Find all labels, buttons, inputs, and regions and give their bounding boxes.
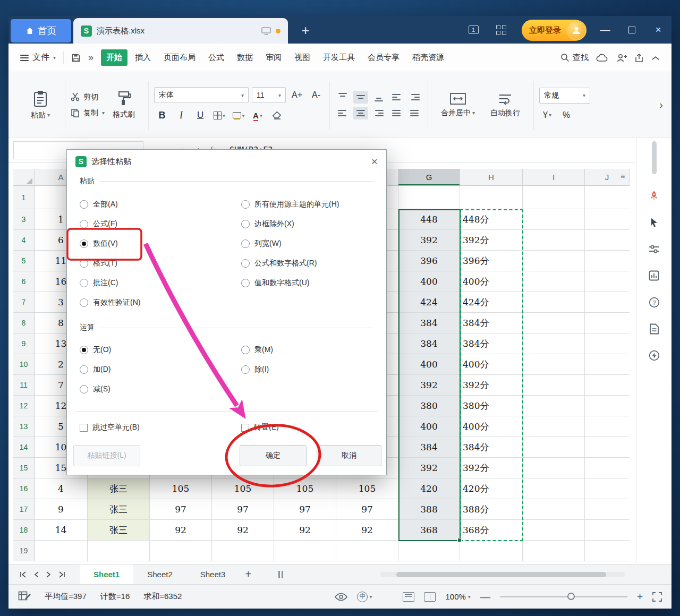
cell-J3[interactable] [585, 209, 630, 230]
cell-F18[interactable]: 92 [336, 520, 398, 541]
radio-批注(C)[interactable]: 批注(C) [80, 273, 140, 293]
previous-sheet-icon[interactable] [34, 571, 39, 578]
menu-tab-页面布局[interactable]: 页面布局 [158, 49, 201, 66]
italic-button[interactable]: I [173, 108, 189, 123]
cell-G6[interactable]: 400 [398, 271, 460, 292]
zoom-level[interactable]: 100%▾ [445, 592, 470, 601]
cell-I10[interactable] [523, 354, 585, 375]
first-sheet-icon[interactable] [19, 571, 27, 578]
cell-G19[interactable] [398, 541, 460, 561]
row-header-17[interactable]: 17 [13, 499, 35, 520]
cell-G8[interactable]: 384 [398, 313, 460, 333]
copy-button[interactable]: 复制 ▾ [71, 108, 105, 118]
cell-G14[interactable]: 384 [398, 437, 460, 458]
fill-handle[interactable] [457, 538, 462, 542]
horizontal-scrollbar[interactable] [380, 572, 625, 577]
header-options-icon[interactable]: ≡ [620, 172, 625, 181]
increase-font-button[interactable]: A+ [289, 88, 305, 102]
cell-G13[interactable]: 400 [398, 416, 460, 437]
close-button[interactable]: × [649, 21, 667, 38]
dialog-close-icon[interactable]: × [371, 155, 378, 168]
cell-G17[interactable]: 388 [398, 499, 460, 520]
cell-J11[interactable] [585, 375, 630, 396]
cell-I4[interactable] [523, 230, 585, 251]
cell-C19[interactable] [150, 541, 212, 561]
justify-icon[interactable] [389, 107, 404, 119]
cell-J12[interactable] [585, 396, 630, 416]
cell-A19[interactable] [35, 541, 88, 561]
cell-I3[interactable] [523, 209, 585, 230]
radio-乘(M)[interactable]: 乘(M) [241, 340, 273, 360]
cell-D17[interactable]: 97 [212, 499, 274, 520]
vertical-scrollbar[interactable] [652, 141, 657, 174]
cell-H17[interactable]: 388分 [460, 499, 523, 520]
fill-color-button[interactable]: ▾ [231, 108, 246, 123]
quick-tools-lightning-icon[interactable] [647, 348, 661, 362]
percent-button[interactable]: % [558, 108, 574, 123]
login-button[interactable]: 立即登录 [522, 20, 585, 41]
cell-H14[interactable]: 384分 [460, 437, 523, 458]
cell-I9[interactable] [523, 333, 585, 354]
radio-数值(V)[interactable]: 数值(V) [80, 234, 140, 253]
cursor-select-icon[interactable] [647, 216, 661, 229]
cell-G4[interactable]: 392 [398, 230, 460, 251]
cell-G5[interactable]: 396 [398, 251, 460, 271]
cell-B17[interactable]: 张三 [88, 499, 150, 520]
cell-J5[interactable] [585, 251, 630, 271]
cell-J19[interactable] [585, 541, 630, 561]
currency-button[interactable]: ¥▾ [539, 108, 555, 123]
menu-tab-开发工具[interactable]: 开发工具 [318, 49, 360, 66]
cell-H5[interactable]: 396分 [460, 251, 523, 271]
collapse-ribbon-icon[interactable] [651, 55, 660, 61]
search-button[interactable]: 查找 [560, 53, 589, 63]
cell-J6[interactable] [585, 271, 630, 292]
add-sheet-button[interactable]: + [239, 568, 257, 580]
cell-E18[interactable]: 92 [274, 520, 336, 541]
distributed-icon[interactable] [407, 107, 422, 119]
row-header-19[interactable]: 19 [13, 541, 35, 561]
radio-列宽(W)[interactable]: 列宽(W) [241, 234, 339, 253]
radio-公式(F)[interactable]: 公式(F) [80, 214, 140, 234]
document-tab[interactable]: S 演示表格.xlsx [73, 18, 288, 44]
row-header-7[interactable]: 7 [13, 292, 35, 313]
rocket-quick-access-icon[interactable] [647, 189, 661, 203]
cell-C16[interactable]: 105 [150, 478, 212, 499]
col-header-I[interactable]: I [523, 169, 585, 186]
menu-tab-稻壳资源[interactable]: 稻壳资源 [407, 49, 449, 66]
merge-center-button[interactable]: 合并居中▾ [434, 92, 482, 118]
row-header-4[interactable]: 4 [13, 230, 35, 251]
cell-I14[interactable] [523, 437, 585, 458]
page-layout-view-icon[interactable] [403, 592, 414, 602]
underline-button[interactable]: U [192, 108, 208, 123]
wrap-text-button[interactable]: 自动换行 [482, 92, 528, 118]
sheet-tab-Sheet2[interactable]: Sheet2 [133, 564, 186, 585]
cell-J10[interactable] [585, 354, 630, 375]
zoom-slider-thumb[interactable] [567, 593, 575, 600]
cell-H7[interactable]: 424分 [460, 292, 523, 313]
cell-H15[interactable]: 392分 [460, 458, 523, 478]
radio-所有使用源主题的单元(H)[interactable]: 所有使用源主题的单元(H) [241, 194, 339, 214]
align-top-icon[interactable] [335, 91, 350, 104]
radio-减(S)[interactable]: 减(S) [80, 379, 111, 399]
row-header-14[interactable]: 14 [13, 437, 35, 458]
cut-button[interactable]: 剪切 [71, 92, 98, 102]
cell-H11[interactable]: 392分 [460, 375, 523, 396]
radio-边框除外(X)[interactable]: 边框除外(X) [241, 214, 339, 234]
cell-D16[interactable]: 105 [212, 478, 274, 499]
next-sheet-icon[interactable] [46, 571, 51, 578]
cloud-sync-icon[interactable] [596, 53, 609, 63]
radio-全部(A)[interactable]: 全部(A) [80, 194, 140, 214]
workspace-grid-icon[interactable] [493, 22, 509, 37]
toolbar-expand-icon[interactable]: › [656, 99, 666, 111]
align-right-icon[interactable] [371, 107, 386, 119]
cell-H1[interactable] [460, 186, 523, 209]
cell-I17[interactable] [523, 499, 585, 520]
cell-G7[interactable]: 424 [398, 292, 460, 313]
cell-F16[interactable]: 105 [336, 478, 398, 499]
cell-F17[interactable]: 97 [336, 499, 398, 520]
col-header-G[interactable]: G [398, 169, 460, 186]
row-header-12[interactable]: 12 [13, 396, 35, 416]
font-name-select[interactable]: 宋体▾ [154, 87, 249, 103]
cell-C17[interactable]: 97 [150, 499, 212, 520]
checkbox-跳过空单元(B)[interactable]: 跳过空单元(B) [80, 420, 140, 435]
